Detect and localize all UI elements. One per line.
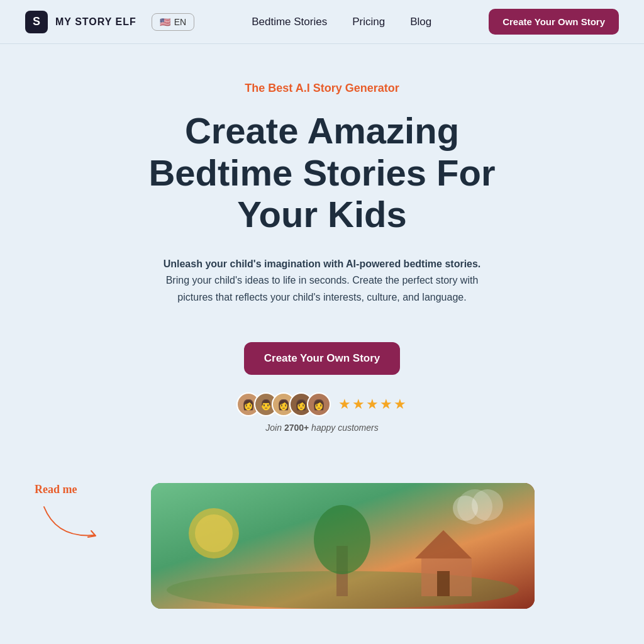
hero-section: The Best A.I Story Generator Create Amaz… bbox=[0, 44, 644, 458]
nav-links: Bedtime Stories Pricing Blog bbox=[252, 16, 431, 28]
svg-point-11 bbox=[457, 489, 492, 525]
hero-subtitle: The Best A.I Story Generator bbox=[13, 82, 631, 95]
svg-rect-8 bbox=[437, 571, 450, 596]
nav-left: S MY STORY ELF 🇺🇸 EN bbox=[25, 11, 194, 33]
join-text: Join 2700+ happy customers bbox=[13, 423, 631, 433]
nav-bedtime-stories[interactable]: Bedtime Stories bbox=[252, 16, 327, 28]
avatar-group: 👩 👨 👩 👩 👩 bbox=[236, 392, 331, 416]
nav-blog[interactable]: Blog bbox=[410, 16, 431, 28]
avatar: 👩 bbox=[307, 392, 331, 416]
story-preview-inner bbox=[151, 483, 535, 609]
hero-title: Create Amazing Bedtime Stories For Your … bbox=[13, 110, 631, 236]
read-me-label: Read me bbox=[35, 483, 77, 496]
social-proof: 👩 👨 👩 👩 👩 ★★★★★ bbox=[13, 392, 631, 416]
brand-name: MY STORY ELF bbox=[55, 16, 136, 28]
nav-pricing[interactable]: Pricing bbox=[352, 16, 385, 28]
hero-cta-button[interactable]: Create Your Own Story bbox=[244, 342, 401, 375]
nav-cta-button[interactable]: Create Your Own Story bbox=[489, 9, 619, 35]
star-rating: ★★★★★ bbox=[338, 396, 408, 413]
svg-point-3 bbox=[195, 514, 233, 552]
read-me-arrow bbox=[38, 501, 107, 547]
hero-description: Unleash your child's imagination with AI… bbox=[158, 256, 486, 306]
svg-point-5 bbox=[314, 505, 370, 574]
navbar: S MY STORY ELF 🇺🇸 EN Bedtime Stories Pri… bbox=[0, 0, 644, 44]
story-preview bbox=[151, 483, 535, 609]
language-button[interactable]: 🇺🇸 EN bbox=[152, 13, 194, 31]
flag-icon: 🇺🇸 bbox=[160, 17, 170, 27]
logo-icon: S bbox=[25, 11, 48, 33]
lang-label: EN bbox=[174, 17, 186, 27]
read-me-section: Read me bbox=[0, 483, 644, 609]
